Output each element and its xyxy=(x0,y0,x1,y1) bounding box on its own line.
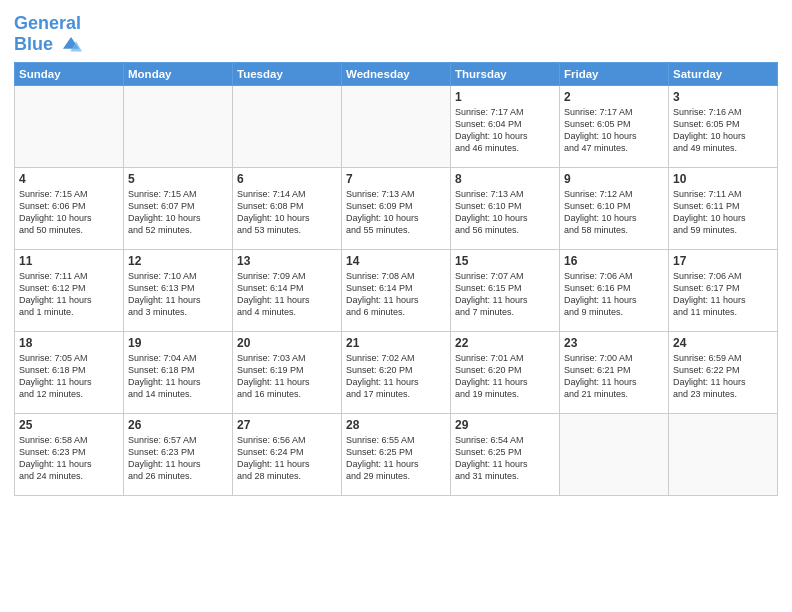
day-number: 27 xyxy=(237,418,337,432)
cell-info: Sunrise: 7:13 AM Sunset: 6:09 PM Dayligh… xyxy=(346,188,446,237)
day-number: 16 xyxy=(564,254,664,268)
cell-info: Sunrise: 7:11 AM Sunset: 6:12 PM Dayligh… xyxy=(19,270,119,319)
calendar-cell: 7Sunrise: 7:13 AM Sunset: 6:09 PM Daylig… xyxy=(342,167,451,249)
calendar-cell: 25Sunrise: 6:58 AM Sunset: 6:23 PM Dayli… xyxy=(15,413,124,495)
cell-info: Sunrise: 7:14 AM Sunset: 6:08 PM Dayligh… xyxy=(237,188,337,237)
day-number: 9 xyxy=(564,172,664,186)
day-header-friday: Friday xyxy=(560,62,669,85)
calendar-week-2: 11Sunrise: 7:11 AM Sunset: 6:12 PM Dayli… xyxy=(15,249,778,331)
calendar-cell: 4Sunrise: 7:15 AM Sunset: 6:06 PM Daylig… xyxy=(15,167,124,249)
cell-info: Sunrise: 7:09 AM Sunset: 6:14 PM Dayligh… xyxy=(237,270,337,319)
day-number: 10 xyxy=(673,172,773,186)
cell-info: Sunrise: 7:13 AM Sunset: 6:10 PM Dayligh… xyxy=(455,188,555,237)
day-number: 20 xyxy=(237,336,337,350)
day-header-monday: Monday xyxy=(124,62,233,85)
day-number: 28 xyxy=(346,418,446,432)
cell-info: Sunrise: 6:59 AM Sunset: 6:22 PM Dayligh… xyxy=(673,352,773,401)
logo-text2: Blue xyxy=(14,34,82,56)
calendar-cell: 28Sunrise: 6:55 AM Sunset: 6:25 PM Dayli… xyxy=(342,413,451,495)
cell-info: Sunrise: 7:17 AM Sunset: 6:04 PM Dayligh… xyxy=(455,106,555,155)
cell-info: Sunrise: 7:17 AM Sunset: 6:05 PM Dayligh… xyxy=(564,106,664,155)
calendar-cell: 16Sunrise: 7:06 AM Sunset: 6:16 PM Dayli… xyxy=(560,249,669,331)
day-number: 22 xyxy=(455,336,555,350)
cell-info: Sunrise: 6:54 AM Sunset: 6:25 PM Dayligh… xyxy=(455,434,555,483)
calendar-table: SundayMondayTuesdayWednesdayThursdayFrid… xyxy=(14,62,778,496)
cell-info: Sunrise: 6:57 AM Sunset: 6:23 PM Dayligh… xyxy=(128,434,228,483)
calendar-cell xyxy=(669,413,778,495)
calendar-cell xyxy=(15,85,124,167)
calendar-cell: 17Sunrise: 7:06 AM Sunset: 6:17 PM Dayli… xyxy=(669,249,778,331)
day-header-sunday: Sunday xyxy=(15,62,124,85)
day-number: 21 xyxy=(346,336,446,350)
calendar-cell: 6Sunrise: 7:14 AM Sunset: 6:08 PM Daylig… xyxy=(233,167,342,249)
cell-info: Sunrise: 7:04 AM Sunset: 6:18 PM Dayligh… xyxy=(128,352,228,401)
cell-info: Sunrise: 6:55 AM Sunset: 6:25 PM Dayligh… xyxy=(346,434,446,483)
calendar-week-4: 25Sunrise: 6:58 AM Sunset: 6:23 PM Dayli… xyxy=(15,413,778,495)
calendar-cell: 22Sunrise: 7:01 AM Sunset: 6:20 PM Dayli… xyxy=(451,331,560,413)
calendar-cell: 13Sunrise: 7:09 AM Sunset: 6:14 PM Dayli… xyxy=(233,249,342,331)
calendar-week-0: 1Sunrise: 7:17 AM Sunset: 6:04 PM Daylig… xyxy=(15,85,778,167)
cell-info: Sunrise: 7:01 AM Sunset: 6:20 PM Dayligh… xyxy=(455,352,555,401)
calendar-cell: 11Sunrise: 7:11 AM Sunset: 6:12 PM Dayli… xyxy=(15,249,124,331)
calendar-header-row: SundayMondayTuesdayWednesdayThursdayFrid… xyxy=(15,62,778,85)
calendar-cell xyxy=(560,413,669,495)
day-number: 6 xyxy=(237,172,337,186)
cell-info: Sunrise: 7:06 AM Sunset: 6:16 PM Dayligh… xyxy=(564,270,664,319)
cell-info: Sunrise: 7:00 AM Sunset: 6:21 PM Dayligh… xyxy=(564,352,664,401)
calendar-cell: 26Sunrise: 6:57 AM Sunset: 6:23 PM Dayli… xyxy=(124,413,233,495)
cell-info: Sunrise: 7:07 AM Sunset: 6:15 PM Dayligh… xyxy=(455,270,555,319)
calendar-cell: 9Sunrise: 7:12 AM Sunset: 6:10 PM Daylig… xyxy=(560,167,669,249)
calendar-cell: 18Sunrise: 7:05 AM Sunset: 6:18 PM Dayli… xyxy=(15,331,124,413)
day-number: 13 xyxy=(237,254,337,268)
calendar-cell: 3Sunrise: 7:16 AM Sunset: 6:05 PM Daylig… xyxy=(669,85,778,167)
cell-info: Sunrise: 6:58 AM Sunset: 6:23 PM Dayligh… xyxy=(19,434,119,483)
day-number: 14 xyxy=(346,254,446,268)
day-number: 26 xyxy=(128,418,228,432)
calendar-cell: 5Sunrise: 7:15 AM Sunset: 6:07 PM Daylig… xyxy=(124,167,233,249)
cell-info: Sunrise: 7:10 AM Sunset: 6:13 PM Dayligh… xyxy=(128,270,228,319)
day-header-thursday: Thursday xyxy=(451,62,560,85)
calendar-cell: 15Sunrise: 7:07 AM Sunset: 6:15 PM Dayli… xyxy=(451,249,560,331)
day-number: 12 xyxy=(128,254,228,268)
day-number: 1 xyxy=(455,90,555,104)
day-number: 29 xyxy=(455,418,555,432)
calendar-cell xyxy=(233,85,342,167)
calendar-cell: 1Sunrise: 7:17 AM Sunset: 6:04 PM Daylig… xyxy=(451,85,560,167)
cell-info: Sunrise: 7:03 AM Sunset: 6:19 PM Dayligh… xyxy=(237,352,337,401)
calendar-cell: 10Sunrise: 7:11 AM Sunset: 6:11 PM Dayli… xyxy=(669,167,778,249)
calendar-week-1: 4Sunrise: 7:15 AM Sunset: 6:06 PM Daylig… xyxy=(15,167,778,249)
cell-info: Sunrise: 7:15 AM Sunset: 6:07 PM Dayligh… xyxy=(128,188,228,237)
day-header-tuesday: Tuesday xyxy=(233,62,342,85)
calendar-cell: 24Sunrise: 6:59 AM Sunset: 6:22 PM Dayli… xyxy=(669,331,778,413)
calendar-cell: 23Sunrise: 7:00 AM Sunset: 6:21 PM Dayli… xyxy=(560,331,669,413)
calendar-cell: 27Sunrise: 6:56 AM Sunset: 6:24 PM Dayli… xyxy=(233,413,342,495)
calendar-cell: 19Sunrise: 7:04 AM Sunset: 6:18 PM Dayli… xyxy=(124,331,233,413)
logo-text: General xyxy=(14,14,82,34)
calendar-cell: 20Sunrise: 7:03 AM Sunset: 6:19 PM Dayli… xyxy=(233,331,342,413)
logo: General Blue xyxy=(14,14,82,56)
cell-info: Sunrise: 7:06 AM Sunset: 6:17 PM Dayligh… xyxy=(673,270,773,319)
day-number: 15 xyxy=(455,254,555,268)
day-number: 2 xyxy=(564,90,664,104)
day-number: 5 xyxy=(128,172,228,186)
cell-info: Sunrise: 7:16 AM Sunset: 6:05 PM Dayligh… xyxy=(673,106,773,155)
calendar-cell xyxy=(342,85,451,167)
cell-info: Sunrise: 7:12 AM Sunset: 6:10 PM Dayligh… xyxy=(564,188,664,237)
day-number: 11 xyxy=(19,254,119,268)
day-number: 23 xyxy=(564,336,664,350)
day-number: 7 xyxy=(346,172,446,186)
calendar-cell: 21Sunrise: 7:02 AM Sunset: 6:20 PM Dayli… xyxy=(342,331,451,413)
cell-info: Sunrise: 7:02 AM Sunset: 6:20 PM Dayligh… xyxy=(346,352,446,401)
day-number: 19 xyxy=(128,336,228,350)
calendar-cell: 8Sunrise: 7:13 AM Sunset: 6:10 PM Daylig… xyxy=(451,167,560,249)
cell-info: Sunrise: 6:56 AM Sunset: 6:24 PM Dayligh… xyxy=(237,434,337,483)
cell-info: Sunrise: 7:15 AM Sunset: 6:06 PM Dayligh… xyxy=(19,188,119,237)
day-number: 18 xyxy=(19,336,119,350)
page-container: General Blue SundayMondayTuesdayWednesda… xyxy=(0,0,792,504)
day-header-wednesday: Wednesday xyxy=(342,62,451,85)
header: General Blue xyxy=(14,10,778,56)
cell-info: Sunrise: 7:08 AM Sunset: 6:14 PM Dayligh… xyxy=(346,270,446,319)
day-number: 24 xyxy=(673,336,773,350)
calendar-cell: 14Sunrise: 7:08 AM Sunset: 6:14 PM Dayli… xyxy=(342,249,451,331)
day-number: 25 xyxy=(19,418,119,432)
